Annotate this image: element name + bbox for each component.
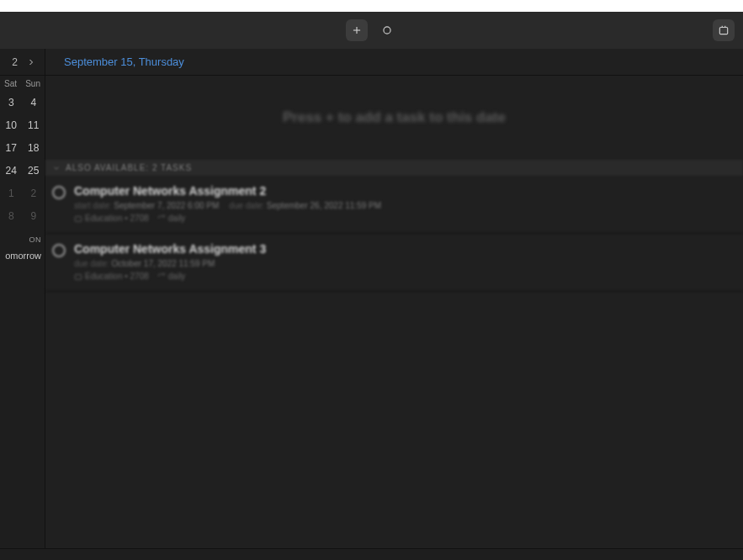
mini-cal-day[interactable]: 1: [8, 188, 14, 199]
mini-cal-day[interactable]: 2: [30, 188, 36, 199]
task-checkbox[interactable]: [52, 244, 66, 257]
task-checkbox[interactable]: [52, 186, 66, 199]
task-title: Computer Networks Assignment 3: [74, 242, 733, 256]
mini-cal-day[interactable]: 11: [28, 119, 39, 131]
mini-cal-day[interactable]: 17: [6, 142, 17, 154]
svg-point-2: [383, 27, 390, 34]
mini-cal-day[interactable]: 25: [28, 165, 39, 177]
task-tags: Education • 2708daily: [74, 214, 733, 223]
also-available-section[interactable]: ALSO AVAILABLE: 2 TASKS: [45, 160, 743, 176]
sidebar-section-label: ON: [0, 227, 45, 246]
mini-cal-day[interactable]: 10: [6, 119, 17, 131]
add-task-button[interactable]: [346, 19, 368, 41]
mini-cal-row[interactable]: 34: [0, 91, 45, 114]
next-month-button[interactable]: [23, 54, 40, 71]
mini-cal-day[interactable]: 18: [28, 142, 39, 154]
folder-tag: Education • 2708: [74, 214, 149, 223]
main-toolbar: [0, 12, 743, 49]
task-title: Computer Networks Assignment 2: [74, 184, 733, 198]
repeat-tag: daily: [157, 272, 186, 281]
svg-rect-7: [75, 274, 82, 279]
refresh-button[interactable]: [376, 19, 398, 41]
mini-cal-row[interactable]: 12: [0, 182, 45, 204]
mini-cal-day[interactable]: 24: [6, 165, 17, 177]
main-panel: September 15, Thursday Press + to add a …: [45, 49, 743, 548]
sidebar-quick-tomorrow[interactable]: omorrow: [0, 246, 45, 266]
mini-cal-row[interactable]: 1718: [0, 136, 45, 159]
nav-page-num: 2: [12, 56, 18, 68]
mini-cal-row[interactable]: 2425: [0, 159, 45, 182]
chevron-down-icon: [52, 164, 61, 172]
mini-cal-day[interactable]: 8: [8, 210, 14, 222]
svg-rect-6: [75, 216, 82, 221]
mini-cal-row[interactable]: 1011: [0, 114, 45, 136]
svg-rect-3: [719, 28, 727, 34]
mini-cal-day-headers: Sat Sun: [0, 76, 45, 91]
task-tags: Education • 2708daily: [74, 272, 733, 281]
archive-button[interactable]: [713, 19, 735, 41]
mini-cal-row[interactable]: 89: [0, 204, 45, 227]
mini-cal-day[interactable]: 3: [8, 97, 14, 108]
sidebar: 2 Sat Sun 341011171824251289 ON omorrow: [0, 49, 45, 548]
task-meta: due date: October 17, 2022 11:59 PM: [74, 259, 733, 268]
mini-cal-day[interactable]: 4: [30, 97, 36, 108]
task-item[interactable]: Computer Networks Assignment 2start date…: [45, 176, 743, 234]
mini-cal-day[interactable]: 9: [30, 210, 36, 222]
browser-top-strip: [0, 0, 743, 12]
task-meta: start date: September 7, 2022 6:00 PMdue…: [74, 201, 733, 210]
task-list: Computer Networks Assignment 2start date…: [45, 176, 743, 292]
selected-date-title: September 15, Thursday: [64, 55, 184, 68]
folder-tag: Education • 2708: [74, 272, 149, 281]
repeat-tag: daily: [157, 214, 186, 223]
bottom-strip: [0, 548, 743, 560]
mini-calendar: 341011171824251289: [0, 91, 45, 227]
task-item[interactable]: Computer Networks Assignment 3due date: …: [45, 234, 743, 292]
empty-state-hint: Press + to add a task to this date: [45, 76, 743, 160]
